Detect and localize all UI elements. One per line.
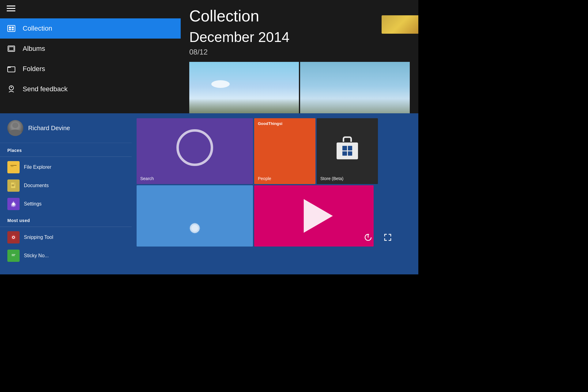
search-tile-label: Search bbox=[140, 176, 154, 181]
svg-rect-21 bbox=[12, 254, 15, 255]
documents-icon bbox=[7, 179, 20, 192]
weather-tile[interactable] bbox=[137, 185, 253, 247]
avatar bbox=[7, 120, 23, 136]
start-menu: Richard Devine Places File Explorer bbox=[0, 113, 418, 274]
places-separator bbox=[0, 156, 132, 157]
settings-icon bbox=[7, 198, 20, 210]
sticky-notes-label: Sticky No... bbox=[24, 253, 49, 258]
photos-date: 08/12 bbox=[189, 48, 410, 56]
start-controls bbox=[362, 231, 394, 243]
folders-nav-label: Folders bbox=[23, 65, 45, 73]
nav-item-folders[interactable]: Folders bbox=[0, 59, 181, 79]
settings-label: Settings bbox=[24, 201, 42, 207]
most-used-separator bbox=[0, 227, 132, 227]
play-icon bbox=[304, 199, 333, 233]
photos-content-panel: Collection December 2014 08/12 bbox=[181, 0, 418, 132]
file-explorer-label: File Explorer bbox=[24, 164, 51, 170]
store-bag-icon bbox=[335, 136, 360, 159]
store-bag-body bbox=[337, 142, 358, 159]
svg-rect-3 bbox=[9, 29, 11, 30]
collection-icon bbox=[7, 24, 16, 33]
cortana-circle bbox=[176, 129, 213, 166]
snipping-tool-label: Snipping Tool bbox=[24, 235, 53, 240]
start-most-used-snipping[interactable]: Snipping Tool bbox=[0, 228, 132, 247]
file-explorer-icon bbox=[7, 161, 20, 173]
feedback-icon bbox=[7, 85, 16, 94]
hamburger-button[interactable] bbox=[7, 6, 15, 11]
sticky-notes-icon bbox=[7, 250, 20, 262]
svg-rect-22 bbox=[12, 255, 15, 256]
start-menu-left: Richard Devine Places File Explorer bbox=[0, 113, 132, 274]
collection-nav-label: Collection bbox=[23, 24, 52, 32]
video-tile[interactable] bbox=[254, 185, 374, 247]
people-tile-label: People bbox=[258, 176, 312, 181]
albums-nav-label: Albums bbox=[23, 45, 45, 53]
expand-button[interactable] bbox=[382, 231, 394, 243]
tiles-area: Search GoodThingsi People Store (Beta) bbox=[132, 113, 418, 274]
power-icon bbox=[364, 233, 372, 242]
store-bag-handle bbox=[343, 136, 352, 142]
svg-rect-0 bbox=[8, 25, 15, 32]
folders-icon bbox=[7, 64, 16, 74]
tiles-row-1: Search GoodThingsi People Store (Beta) bbox=[137, 118, 413, 184]
documents-label: Documents bbox=[24, 183, 49, 188]
search-tile[interactable]: Search bbox=[137, 118, 253, 184]
power-button[interactable] bbox=[362, 231, 374, 243]
most-used-section-label: Most used bbox=[0, 213, 132, 225]
windows-logo-icon bbox=[342, 146, 352, 156]
svg-rect-4 bbox=[12, 29, 14, 30]
svg-rect-12 bbox=[11, 166, 13, 167]
start-place-settings[interactable]: Settings bbox=[0, 195, 132, 213]
photos-nav: Collection Albums Folders bbox=[0, 18, 181, 99]
svg-rect-6 bbox=[9, 47, 14, 51]
start-place-file-explorer[interactable]: File Explorer bbox=[0, 158, 132, 176]
hamburger-icon bbox=[7, 6, 15, 11]
people-tile[interactable]: GoodThingsi People bbox=[254, 118, 315, 184]
nav-item-send-feedback[interactable]: Send feedback bbox=[0, 79, 181, 99]
people-tile-name: GoodThingsi bbox=[258, 121, 282, 126]
svg-rect-1 bbox=[9, 27, 11, 28]
nav-item-albums[interactable]: Albums bbox=[0, 39, 181, 59]
nav-item-collection[interactable]: Collection bbox=[0, 18, 181, 39]
avatar-image bbox=[7, 120, 23, 136]
svg-point-9 bbox=[11, 87, 12, 88]
svg-rect-15 bbox=[12, 186, 14, 186]
gold-corner-decoration bbox=[382, 15, 418, 34]
feedback-nav-label: Send feedback bbox=[23, 85, 68, 93]
store-tile-label: Store (Beta) bbox=[320, 176, 374, 181]
places-section-label: Places bbox=[0, 143, 132, 155]
user-section[interactable]: Richard Devine bbox=[0, 113, 132, 143]
weather-sun-icon bbox=[186, 219, 204, 237]
start-most-used-sticky[interactable]: Sticky No... bbox=[0, 247, 132, 265]
start-place-documents[interactable]: Documents bbox=[0, 176, 132, 195]
store-tile[interactable]: Store (Beta) bbox=[317, 118, 378, 184]
snipping-tool-icon bbox=[7, 231, 20, 243]
svg-rect-14 bbox=[12, 185, 15, 185]
photos-left-panel: Collection Albums Folders bbox=[0, 0, 181, 132]
albums-icon bbox=[7, 44, 16, 53]
svg-rect-2 bbox=[12, 27, 14, 28]
expand-icon bbox=[383, 233, 392, 242]
svg-point-19 bbox=[13, 237, 14, 238]
user-name-label: Richard Devine bbox=[28, 125, 70, 132]
photos-month: December 2014 bbox=[189, 29, 410, 45]
photos-header-title: Collection bbox=[189, 7, 410, 25]
